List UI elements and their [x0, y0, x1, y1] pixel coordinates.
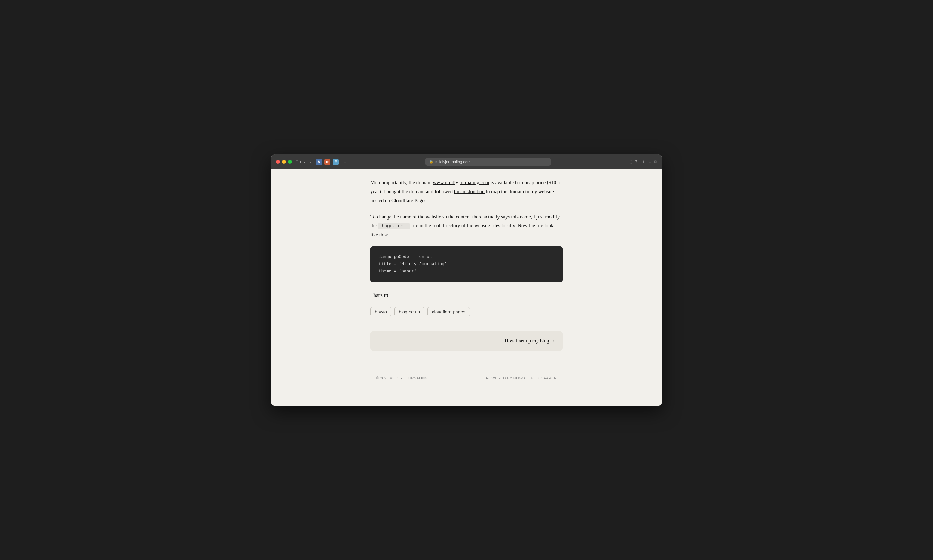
code-line-1: languageCode = 'en-us': [379, 254, 434, 259]
vimium-extension-icon[interactable]: V: [316, 159, 322, 165]
tags-container: howto blog-setup cloudflare-pages: [370, 307, 563, 316]
footer-powered-by-link[interactable]: POWERED BY HUGO: [486, 376, 525, 380]
article-paragraph-2: To change the name of the website so the…: [370, 212, 563, 240]
domain-link[interactable]: www.mildlyjournaling.com: [433, 180, 490, 185]
traffic-lights: [276, 160, 292, 164]
browser-toolbar-right: ⬚ ↻ ⬆ + ⧉: [628, 159, 657, 165]
reload-icon[interactable]: ↻: [635, 159, 639, 165]
footer-theme-link[interactable]: HUGO-PAPER: [531, 376, 557, 380]
page-content: More importantly, the domain www.mildlyj…: [271, 169, 662, 405]
forward-button[interactable]: ›: [309, 159, 313, 165]
tag-howto[interactable]: howto: [370, 307, 391, 316]
url-text: mildlyjournaling.com: [435, 160, 471, 164]
share-icon[interactable]: ⬆: [642, 160, 646, 164]
lock-icon: 🔒: [429, 160, 433, 164]
code-line-3: theme = 'paper': [379, 269, 417, 274]
tabs-overview-icon[interactable]: ⧉: [654, 160, 657, 164]
article-paragraph-3: That's it!: [370, 291, 563, 300]
tag-blog-setup[interactable]: blog-setup: [394, 307, 425, 316]
next-post-label: How I set up my blog →: [505, 338, 556, 344]
paragraph1-text-before-link: More importantly, the domain: [370, 180, 433, 185]
next-post-card[interactable]: How I set up my blog →: [370, 331, 563, 351]
minimize-button[interactable]: [282, 160, 286, 164]
at-extension-icon[interactable]: @: [333, 159, 339, 165]
new-tab-icon[interactable]: +: [649, 159, 651, 164]
footer: © 2025 MILDLY JOURNALING POWERED BY HUGO…: [370, 369, 563, 388]
hugo-toml-code: `hugo.toml`: [378, 223, 410, 229]
content-wrapper: More importantly, the domain www.mildlyj…: [364, 169, 569, 405]
maximize-button[interactable]: [288, 160, 292, 164]
close-button[interactable]: [276, 160, 280, 164]
browser-chrome: ⊡ ▾ ‹ › V 1P @ ≡ 🔒 mildlyjournaling.com …: [271, 154, 662, 169]
reader-mode-button[interactable]: ≡: [342, 158, 348, 165]
instruction-link[interactable]: this instruction: [454, 189, 485, 194]
address-bar[interactable]: 🔒 mildlyjournaling.com: [425, 158, 551, 166]
sidebar-icon: ⊡: [296, 160, 299, 164]
code-content: languageCode = 'en-us' title = 'Mildly J…: [379, 254, 554, 275]
extension-icons: V 1P @: [316, 159, 339, 165]
footer-copyright: © 2025 MILDLY JOURNALING: [376, 376, 428, 380]
browser-window: ⊡ ▾ ‹ › V 1P @ ≡ 🔒 mildlyjournaling.com …: [271, 154, 662, 405]
article-paragraph-1: More importantly, the domain www.mildlyj…: [370, 178, 563, 205]
footer-links: POWERED BY HUGO HUGO-PAPER: [486, 376, 557, 380]
back-button[interactable]: ‹: [303, 159, 307, 165]
tag-cloudflare-pages[interactable]: cloudflare-pages: [427, 307, 470, 316]
sidebar-toggle-button[interactable]: ⊡ ▾: [296, 160, 301, 164]
address-bar-container: 🔒 mildlyjournaling.com: [351, 158, 625, 166]
cast-icon[interactable]: ⬚: [628, 160, 632, 164]
code-line-2: title = 'Mildly Journaling': [379, 262, 447, 266]
chevron-down-icon: ▾: [300, 160, 301, 163]
code-block: languageCode = 'en-us' title = 'Mildly J…: [370, 246, 563, 282]
1password-extension-icon[interactable]: 1P: [324, 159, 330, 165]
browser-controls: ⊡ ▾ ‹ ›: [296, 159, 312, 165]
